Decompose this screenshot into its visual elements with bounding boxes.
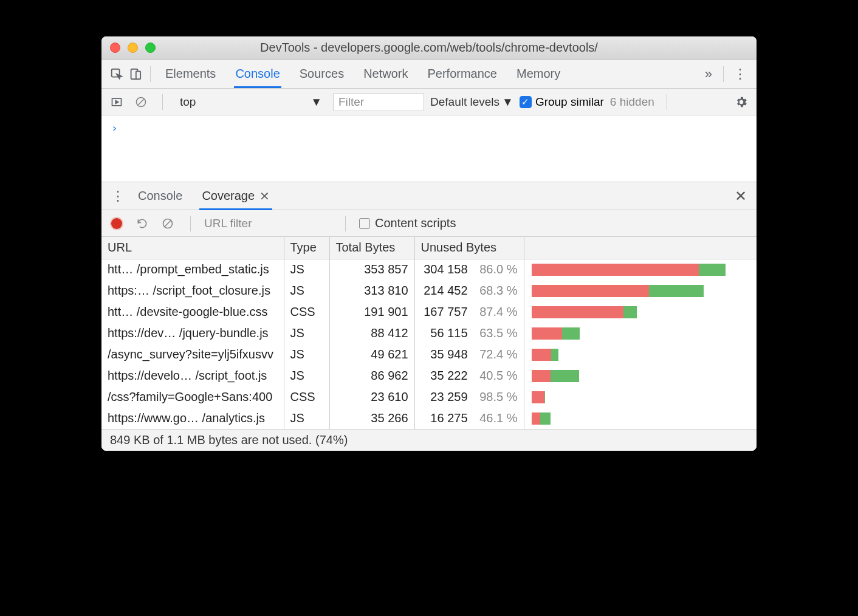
tab-elements[interactable]: Elements — [164, 60, 217, 88]
cell-unused-bytes: 16 27546.1 % — [414, 408, 524, 429]
cell-total-bytes: 86 962 — [329, 365, 414, 386]
cell-unused-bytes: 23 25998.5 % — [414, 386, 524, 408]
hidden-messages-count[interactable]: 6 hidden — [610, 95, 654, 109]
console-filter-input[interactable]: Filter — [333, 93, 424, 111]
cell-type: JS — [284, 323, 329, 344]
coverage-table: URLTypeTotal BytesUnused Bytes htt… /pro… — [101, 237, 757, 429]
cell-total-bytes: 191 901 — [329, 301, 414, 323]
console-settings-icon[interactable] — [732, 93, 750, 111]
cell-total-bytes: 313 810 — [329, 280, 414, 301]
cell-unused-bytes: 56 11563.5 % — [414, 323, 524, 344]
cell-url: https://develo… /script_foot.js — [101, 365, 284, 386]
tab-performance[interactable]: Performance — [427, 60, 499, 88]
cell-url: https://www.go… /analytics.js — [101, 408, 284, 429]
cell-unused-bytes: 35 94872.4 % — [414, 344, 524, 365]
close-tab-icon[interactable]: ✕ — [259, 189, 270, 204]
record-icon — [111, 218, 122, 229]
cell-unused-bytes: 35 22240.5 % — [414, 365, 524, 386]
cell-type: JS — [284, 259, 329, 280]
clear-console-icon[interactable] — [132, 93, 150, 111]
tab-network[interactable]: Network — [362, 60, 409, 88]
device-toolbar-icon[interactable] — [126, 65, 144, 83]
cell-usage-bar — [524, 259, 757, 280]
context-selector[interactable]: top ▼ — [175, 93, 327, 111]
table-row[interactable]: htt… /devsite-google-blue.cssCSS191 9011… — [101, 301, 757, 323]
window-title: DevTools - developers.google.com/web/too… — [101, 41, 757, 55]
cell-url: htt… /devsite-google-blue.css — [101, 301, 284, 323]
dropdown-icon: ▼ — [311, 95, 322, 109]
svg-rect-2 — [136, 71, 140, 79]
cell-usage-bar — [524, 365, 757, 386]
svg-line-5 — [138, 99, 144, 105]
cell-usage-bar — [524, 323, 757, 344]
drawer-tab-console[interactable]: Console — [136, 182, 185, 210]
devtools-menu-icon[interactable]: ⋮ — [730, 66, 750, 82]
cell-type: CSS — [284, 301, 329, 323]
execute-icon[interactable] — [108, 93, 126, 111]
cell-unused-bytes: 167 75787.4 % — [414, 301, 524, 323]
cell-total-bytes: 353 857 — [329, 259, 414, 280]
column-header[interactable]: Unused Bytes — [414, 237, 524, 259]
drawer-tab-coverage[interactable]: Coverage✕ — [199, 182, 272, 210]
cell-usage-bar — [524, 301, 757, 323]
table-row[interactable]: /async_survey?site=ylj5ifxusvvJS49 62135… — [101, 344, 757, 365]
titlebar: DevTools - developers.google.com/web/too… — [101, 36, 757, 60]
cell-url: /css?family=Google+Sans:400 — [101, 386, 284, 408]
checkbox-checked-icon: ✓ — [520, 96, 532, 108]
cell-usage-bar — [524, 408, 757, 429]
cell-type: JS — [284, 344, 329, 365]
table-row[interactable]: https://dev… /jquery-bundle.jsJS88 41256… — [101, 323, 757, 344]
checkbox-unchecked-icon — [359, 218, 370, 229]
table-row[interactable]: https://develo… /script_foot.jsJS86 9623… — [101, 365, 757, 386]
table-row[interactable]: /css?family=Google+Sans:400CSS23 61023 2… — [101, 386, 757, 408]
console-toolbar: top ▼ Filter Default levels ▼ ✓ Group si… — [101, 89, 757, 115]
drawer-menu-icon[interactable]: ⋮ — [108, 188, 128, 204]
column-header[interactable] — [524, 237, 757, 259]
coverage-status: 849 KB of 1.1 MB bytes are not used. (74… — [101, 429, 757, 451]
context-value: top — [180, 95, 196, 109]
coverage-url-filter-input[interactable]: URL filter — [204, 217, 332, 230]
cell-type: JS — [284, 365, 329, 386]
tab-memory[interactable]: Memory — [515, 60, 561, 88]
coverage-toolbar: URL filter Content scripts — [101, 210, 757, 237]
reload-icon[interactable] — [133, 214, 151, 233]
clear-coverage-icon[interactable] — [159, 214, 177, 233]
devtools-window: DevTools - developers.google.com/web/too… — [101, 36, 757, 451]
tab-console[interactable]: Console — [234, 60, 281, 88]
cell-unused-bytes: 214 45268.3 % — [414, 280, 524, 301]
drawer-tabstrip: ⋮ ConsoleCoverage✕ ✕ — [101, 182, 757, 210]
cell-url: https:… /script_foot_closure.js — [101, 280, 284, 301]
tab-sources[interactable]: Sources — [298, 60, 345, 88]
close-drawer-icon[interactable]: ✕ — [731, 188, 750, 205]
table-row[interactable]: https://www.go… /analytics.jsJS35 26616 … — [101, 408, 757, 429]
record-button[interactable] — [108, 214, 126, 233]
cell-url: htt… /prompt_embed_static.js — [101, 259, 284, 280]
cell-url: /async_survey?site=ylj5ifxusvv — [101, 344, 284, 365]
cell-type: JS — [284, 408, 329, 429]
cell-url: https://dev… /jquery-bundle.js — [101, 323, 284, 344]
cell-total-bytes: 23 610 — [329, 386, 414, 408]
cell-usage-bar — [524, 386, 757, 408]
table-row[interactable]: htt… /prompt_embed_static.jsJS353 857304… — [101, 259, 757, 280]
more-tabs-icon[interactable]: » — [700, 66, 717, 82]
cell-unused-bytes: 304 15886.0 % — [414, 259, 524, 280]
log-levels-selector[interactable]: Default levels ▼ — [430, 95, 513, 109]
cell-total-bytes: 49 621 — [329, 344, 414, 365]
cell-usage-bar — [524, 344, 757, 365]
dropdown-icon: ▼ — [502, 95, 513, 109]
cell-usage-bar — [524, 280, 757, 301]
table-row[interactable]: https:… /script_foot_closure.jsJS313 810… — [101, 280, 757, 301]
console-prompt-icon: › — [111, 121, 118, 134]
column-header[interactable]: URL — [101, 237, 284, 259]
column-header[interactable]: Total Bytes — [329, 237, 414, 259]
inspect-element-icon[interactable] — [108, 65, 126, 83]
svg-line-7 — [165, 221, 171, 227]
column-header[interactable]: Type — [284, 237, 329, 259]
cell-type: CSS — [284, 386, 329, 408]
main-tabstrip: ElementsConsoleSourcesNetworkPerformance… — [101, 60, 757, 89]
content-scripts-checkbox[interactable]: Content scripts — [359, 216, 456, 230]
console-output[interactable]: › — [101, 115, 757, 182]
cell-total-bytes: 88 412 — [329, 323, 414, 344]
cell-type: JS — [284, 280, 329, 301]
group-similar-checkbox[interactable]: ✓ Group similar — [520, 95, 604, 109]
